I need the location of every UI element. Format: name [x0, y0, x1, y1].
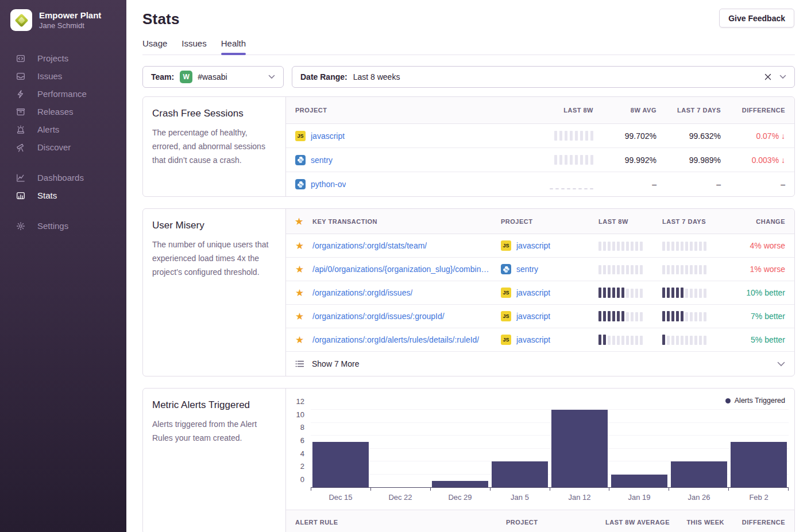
filter-row: Team: W #wasabi Date Range: Last 8 weeks: [142, 66, 795, 88]
settings-icon: [16, 222, 25, 231]
show-more-button[interactable]: Show 7 More: [286, 352, 794, 376]
x-tick-label: Feb 2: [729, 493, 789, 502]
misery-score-bar: [598, 288, 662, 298]
y-tick-label: 4: [300, 449, 304, 458]
project-link[interactable]: javascript: [516, 335, 550, 344]
close-icon[interactable]: [764, 73, 771, 80]
table-row: ★ /organizations/:orgId/issues/:groupId/…: [286, 305, 794, 328]
misery-score-bar: [662, 240, 727, 251]
chart-bar-jan-19[interactable]: [611, 475, 667, 488]
project-link[interactable]: javascript: [516, 241, 550, 250]
misery-score-bar: [598, 335, 662, 345]
tab-usage[interactable]: Usage: [142, 38, 167, 55]
python-platform-icon: [295, 179, 306, 189]
sidebar-item-label: Performance: [37, 89, 87, 99]
sidebar-item-projects[interactable]: Projects: [0, 49, 126, 67]
misery-table-header: ★ KEY TRANSACTIONPROJECTLAST 8WLAST 7 DA…: [286, 209, 794, 234]
transaction-link[interactable]: /organizations/:orgId/stats/team/: [312, 241, 427, 250]
team-select[interactable]: Team: W #wasabi: [142, 66, 284, 88]
avg-8w-value: 99.992%: [625, 156, 656, 165]
misery-score-bar: [662, 264, 727, 274]
project-link[interactable]: sentry: [516, 265, 538, 274]
project-link[interactable]: sentry: [311, 156, 333, 165]
chevron-down-icon: [777, 362, 785, 367]
x-tick-label: Jan 19: [609, 493, 669, 502]
alerts-icon: [16, 125, 25, 134]
sidebar-item-label: Projects: [37, 53, 68, 63]
chart-bar-feb-2[interactable]: [731, 442, 787, 487]
sidebar-item-dashboards[interactable]: Dashboards: [0, 169, 126, 187]
legend-dot-icon: [725, 398, 731, 403]
difference-value: 0.003% ↓: [752, 156, 785, 165]
stats-tabs: UsageIssuesHealth: [142, 38, 795, 55]
org-switcher[interactable]: Empower Plant Jane Schmidt: [0, 0, 126, 39]
chevron-down-icon: [268, 75, 275, 79]
y-tick-label: 0: [300, 475, 304, 484]
star-icon[interactable]: ★: [295, 335, 304, 345]
chart-bar-dec-15[interactable]: [312, 442, 369, 487]
health-sparkline: [554, 131, 593, 141]
avg-8w-value: –: [652, 180, 656, 189]
team-select-label: Team:: [151, 72, 174, 81]
project-link[interactable]: javascript: [516, 288, 550, 297]
chart-bar-dec-29[interactable]: [432, 481, 488, 487]
sidebar-item-settings[interactable]: Settings: [0, 217, 126, 235]
misery-score-bar: [662, 311, 727, 321]
star-icon[interactable]: ★: [295, 240, 304, 251]
star-icon[interactable]: ★: [295, 264, 304, 275]
table-row: ★ /organizations/:orgId/alerts/rules/det…: [286, 328, 794, 352]
chart-bar-jan-26[interactable]: [671, 461, 727, 487]
panel-title: Crash Free Sessions: [152, 108, 275, 119]
sidebar-item-label: Releases: [37, 107, 74, 117]
star-icon[interactable]: ★: [295, 288, 304, 298]
team-avatar: W: [180, 71, 192, 83]
last-7-days-value: –: [716, 180, 721, 189]
sidebar-item-issues[interactable]: Issues: [0, 67, 126, 85]
sidebar-item-label: Dashboards: [37, 173, 84, 182]
chart-bar-jan-5[interactable]: [492, 461, 548, 487]
sidebar-item-alerts[interactable]: Alerts: [0, 121, 126, 138]
star-icon[interactable]: ★: [295, 311, 304, 322]
javascript-platform-icon: JS: [501, 311, 511, 321]
sidebar-item-label: Discover: [37, 142, 71, 152]
transaction-link[interactable]: /organizations/:orgId/issues/:groupId/: [312, 312, 445, 321]
metric-alerts-panel: Metric Alerts Triggered Alerts triggered…: [142, 388, 795, 532]
list-icon: [295, 359, 304, 368]
date-range-select[interactable]: Date Range: Last 8 weeks: [292, 66, 795, 88]
panel-description: Alerts triggered from the Alert Rules yo…: [152, 417, 275, 445]
sidebar-item-releases[interactable]: Releases: [0, 103, 126, 121]
x-tick-label: Jan 26: [669, 493, 729, 502]
y-tick-label: 8: [300, 423, 304, 432]
discover-icon: [16, 143, 25, 152]
alerts-triggered-chart: Alerts Triggered 024681012 Dec 15Dec 22D…: [286, 389, 794, 502]
panel-title: Metric Alerts Triggered: [152, 399, 275, 411]
last-7-days-value: 99.989%: [689, 156, 721, 165]
misery-score-bar: [662, 335, 727, 345]
tab-health[interactable]: Health: [221, 38, 246, 55]
health-sparkline: [554, 155, 593, 165]
give-feedback-button[interactable]: Give Feedback: [719, 9, 794, 28]
chevron-down-icon[interactable]: [779, 75, 786, 79]
project-link[interactable]: javascript: [516, 312, 550, 321]
tab-issues[interactable]: Issues: [181, 38, 206, 55]
transaction-link[interactable]: /organizations/:orgId/alerts/rules/detai…: [312, 335, 479, 344]
releases-icon: [16, 107, 25, 117]
chart-axis-ticks: [311, 488, 789, 491]
chart-bar-jan-12[interactable]: [551, 410, 608, 487]
sidebar-item-label: Issues: [37, 71, 62, 81]
performance-icon: [16, 90, 25, 99]
chart-legend: Alerts Triggered: [725, 397, 785, 405]
sidebar-item-stats[interactable]: Stats: [0, 187, 126, 204]
panel-title: User Misery: [152, 220, 275, 231]
sidebar-item-discover[interactable]: Discover: [0, 138, 126, 156]
x-tick-label: Jan 12: [550, 493, 609, 502]
stats-icon: [16, 191, 25, 200]
dashboards-icon: [16, 173, 25, 182]
legend-label: Alerts Triggered: [735, 397, 785, 405]
transaction-link[interactable]: /api/0/organizations/{organization_slug}…: [312, 265, 493, 274]
date-range-label: Date Range:: [300, 72, 347, 81]
transaction-link[interactable]: /organizations/:orgId/issues/: [312, 288, 412, 297]
project-link[interactable]: javascript: [311, 131, 345, 141]
project-link[interactable]: python-ov: [311, 180, 346, 189]
sidebar-item-performance[interactable]: Performance: [0, 85, 126, 103]
